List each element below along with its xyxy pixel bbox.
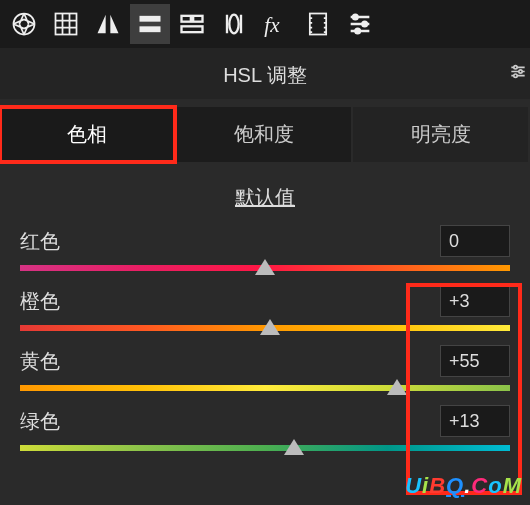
slider-label-yellow: 黄色 <box>20 348 60 375</box>
svg-point-15 <box>514 74 517 77</box>
aperture-icon[interactable] <box>4 4 44 44</box>
slider-label-orange: 橙色 <box>20 288 60 315</box>
tab-lightness[interactable]: 明亮度 <box>353 107 528 162</box>
slider-track-red[interactable] <box>20 263 510 273</box>
film-icon[interactable] <box>298 4 338 44</box>
gradient-green <box>20 445 510 451</box>
svg-text:fx: fx <box>264 13 280 37</box>
svg-rect-5 <box>193 16 202 22</box>
slider-track-orange[interactable] <box>20 323 510 333</box>
settings-icon[interactable] <box>508 61 528 86</box>
svg-point-10 <box>353 15 358 20</box>
grid-icon[interactable] <box>46 4 86 44</box>
slider-track-yellow[interactable] <box>20 383 510 393</box>
lens-icon[interactable] <box>214 4 254 44</box>
panel-title-bar: HSL 调整 <box>0 48 530 99</box>
slider-row-green: 绿色 <box>20 405 510 453</box>
svg-point-13 <box>514 65 517 68</box>
slider-value-yellow[interactable] <box>440 345 510 377</box>
hsl-icon[interactable] <box>130 4 170 44</box>
svg-point-14 <box>519 69 522 72</box>
tab-saturation[interactable]: 饱和度 <box>177 107 352 162</box>
slider-row-orange: 橙色 <box>20 285 510 333</box>
split-icon[interactable] <box>172 4 212 44</box>
slider-thumb-red[interactable] <box>255 259 275 275</box>
default-link[interactable]: 默认值 <box>235 186 295 208</box>
slider-thumb-orange[interactable] <box>260 319 280 335</box>
slider-track-green[interactable] <box>20 443 510 453</box>
tabs: 色相 饱和度 明亮度 <box>0 107 530 162</box>
svg-rect-9 <box>310 14 326 35</box>
slider-thumb-yellow[interactable] <box>387 379 407 395</box>
svg-rect-6 <box>182 26 203 32</box>
tab-hue[interactable]: 色相 <box>0 107 175 162</box>
svg-rect-3 <box>140 26 161 32</box>
panel-title: HSL 调整 <box>223 64 307 86</box>
svg-rect-2 <box>140 16 161 22</box>
fx-icon[interactable]: fx <box>256 4 296 44</box>
sliders-icon[interactable] <box>340 4 380 44</box>
svg-point-0 <box>14 14 35 35</box>
default-link-row: 默认值 <box>0 166 530 225</box>
mirror-icon[interactable] <box>88 4 128 44</box>
slider-label-red: 红色 <box>20 228 60 255</box>
watermark: UiBQ.CoM <box>405 473 522 499</box>
slider-value-orange[interactable] <box>440 285 510 317</box>
svg-point-11 <box>362 22 367 27</box>
slider-row-red: 红色 <box>20 225 510 273</box>
svg-rect-4 <box>182 16 191 22</box>
sliders-panel: 红色 橙色 黄色 绿色 <box>0 225 530 453</box>
slider-value-red[interactable] <box>440 225 510 257</box>
toolbar: fx <box>0 0 530 48</box>
svg-point-12 <box>355 29 360 34</box>
slider-label-green: 绿色 <box>20 408 60 435</box>
slider-thumb-green[interactable] <box>284 439 304 455</box>
svg-rect-1 <box>56 14 77 35</box>
slider-row-yellow: 黄色 <box>20 345 510 393</box>
svg-point-7 <box>229 15 238 34</box>
gradient-yellow <box>20 385 510 391</box>
slider-value-green[interactable] <box>440 405 510 437</box>
